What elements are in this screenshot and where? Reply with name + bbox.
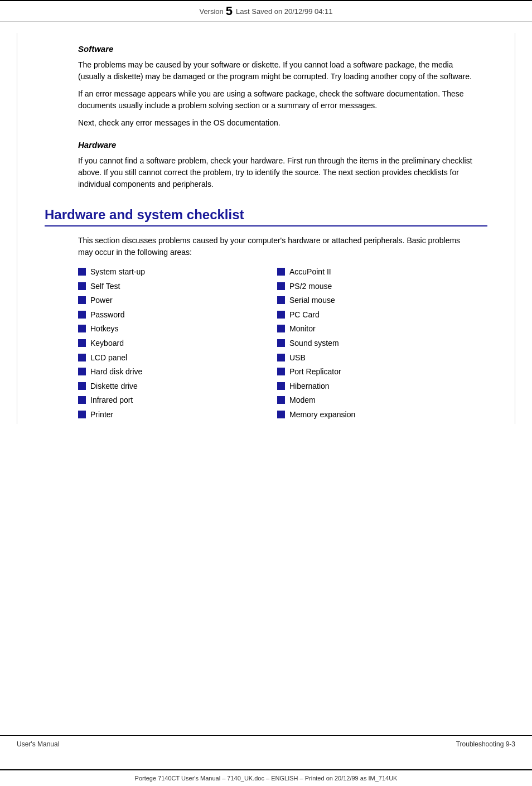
- list-item: Password: [78, 310, 277, 321]
- list-item: PC Card: [277, 310, 476, 321]
- list-item-label: Port Replicator: [289, 367, 341, 378]
- bullet-icon: [78, 325, 86, 332]
- bullet-icon: [277, 325, 285, 332]
- list-item-label: Keyboard: [90, 338, 124, 349]
- bullet-icon: [78, 311, 86, 319]
- header-version-number: 5: [226, 4, 233, 18]
- list-item: Power: [78, 295, 277, 306]
- list-item-label: Sound system: [289, 338, 339, 349]
- checklist-container: System start-upSelf TestPowerPasswordHot…: [78, 267, 476, 424]
- bullet-icon: [78, 282, 86, 290]
- list-item-label: Printer: [90, 409, 113, 421]
- software-para2: If an error message appears while you ar…: [78, 88, 476, 112]
- list-item: AccuPoint II: [277, 267, 476, 278]
- list-item: Hotkeys: [78, 324, 277, 335]
- page-footer: User's Manual Troubleshooting 9-3: [0, 735, 532, 753]
- list-item-label: Serial mouse: [289, 295, 335, 306]
- list-item-label: PS/2 mouse: [289, 281, 332, 292]
- list-item-label: Modem: [289, 395, 316, 406]
- bottom-footer: Portege 7140CT User's Manual – 7140_UK.d…: [0, 769, 532, 786]
- checklist-main-heading: Hardware and system checklist: [45, 207, 487, 226]
- bullet-icon: [277, 411, 285, 418]
- list-item: Modem: [277, 395, 476, 406]
- list-item: Self Test: [78, 281, 277, 292]
- hardware-section: Hardware If you cannot find a software p…: [78, 140, 476, 190]
- list-item: LCD panel: [78, 353, 277, 364]
- list-item: Port Replicator: [277, 367, 476, 378]
- list-item: Monitor: [277, 324, 476, 335]
- list-item: Hibernation: [277, 381, 476, 392]
- hardware-para1: If you cannot find a software problem, c…: [78, 155, 476, 190]
- footer-right: Troubleshooting 9-3: [456, 740, 515, 748]
- bullet-icon: [277, 268, 285, 276]
- list-item-label: Password: [90, 310, 124, 321]
- main-content: Software The problems may be caused by y…: [33, 33, 499, 424]
- bullet-icon: [78, 339, 86, 347]
- bullet-icon: [78, 296, 86, 304]
- list-item-label: USB: [289, 353, 306, 364]
- list-item-label: LCD panel: [90, 353, 127, 364]
- list-item: Diskette drive: [78, 381, 277, 392]
- list-item-label: Monitor: [289, 324, 316, 335]
- list-item: System start-up: [78, 267, 277, 278]
- bullet-icon: [277, 311, 285, 319]
- bullet-icon: [78, 411, 86, 418]
- bullet-icon: [78, 354, 86, 361]
- bullet-icon: [78, 368, 86, 375]
- list-item: USB: [277, 353, 476, 364]
- header-version-label: Version: [199, 7, 223, 16]
- bullet-icon: [277, 282, 285, 290]
- right-margin-line: [504, 33, 515, 424]
- list-item-label: PC Card: [289, 310, 320, 321]
- bullet-icon: [277, 296, 285, 304]
- list-item-label: Power: [90, 295, 113, 306]
- list-item: PS/2 mouse: [277, 281, 476, 292]
- list-item-label: Infrared port: [90, 395, 133, 406]
- bullet-icon: [277, 339, 285, 347]
- hardware-heading: Hardware: [78, 140, 476, 150]
- list-item-label: Diskette drive: [90, 381, 138, 392]
- software-para3: Next, check any error messages in the OS…: [78, 117, 476, 129]
- software-heading: Software: [78, 44, 476, 54]
- checklist-intro: This section discusses problems caused b…: [78, 235, 476, 258]
- bottom-footer-text: Portege 7140CT User's Manual – 7140_UK.d…: [135, 775, 398, 782]
- bullet-icon: [277, 354, 285, 361]
- list-item: Infrared port: [78, 395, 277, 406]
- list-item-label: Hard disk drive: [90, 367, 142, 378]
- page: Version 5 Last Saved on 20/12/99 04:11 S…: [0, 0, 532, 786]
- bullet-icon: [277, 382, 285, 390]
- software-section: Software The problems may be caused by y…: [78, 44, 476, 129]
- software-para1: The problems may be caused by your softw…: [78, 59, 476, 83]
- list-item: Serial mouse: [277, 295, 476, 306]
- list-item-label: AccuPoint II: [289, 267, 331, 278]
- header-saved-text: Last Saved on 20/12/99 04:11: [236, 7, 332, 16]
- list-item-label: System start-up: [90, 267, 145, 278]
- content-wrapper: Software The problems may be caused by y…: [0, 33, 532, 424]
- checklist-col1: System start-upSelf TestPowerPasswordHot…: [78, 267, 277, 424]
- list-item-label: Memory expansion: [289, 409, 355, 421]
- list-item-label: Hibernation: [289, 381, 330, 392]
- checklist-col2: AccuPoint IIPS/2 mouseSerial mousePC Car…: [277, 267, 476, 424]
- list-item: Sound system: [277, 338, 476, 349]
- bullet-icon: [78, 268, 86, 276]
- left-margin-line: [17, 33, 28, 424]
- list-item: Keyboard: [78, 338, 277, 349]
- list-item: Memory expansion: [277, 409, 476, 421]
- page-header: Version 5 Last Saved on 20/12/99 04:11: [0, 0, 532, 22]
- footer-left: User's Manual: [17, 740, 59, 748]
- bullet-icon: [277, 368, 285, 375]
- list-item: Printer: [78, 409, 277, 421]
- bullet-icon: [78, 382, 86, 390]
- list-item-label: Hotkeys: [90, 324, 119, 335]
- list-item: Hard disk drive: [78, 367, 277, 378]
- bullet-icon: [78, 396, 86, 404]
- bullet-icon: [277, 396, 285, 404]
- list-item-label: Self Test: [90, 281, 120, 292]
